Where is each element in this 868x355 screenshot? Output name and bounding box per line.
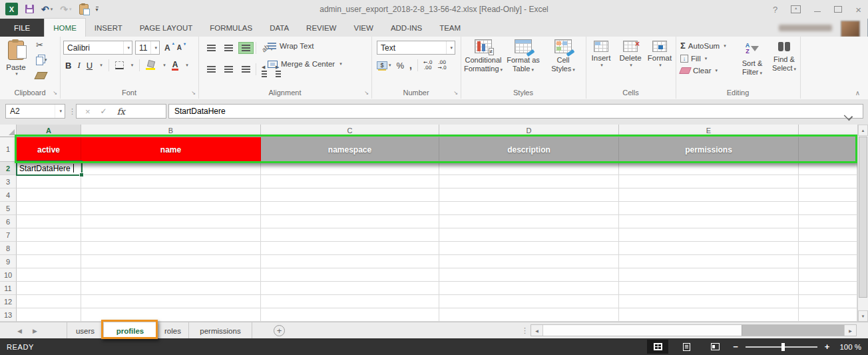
grid-cell[interactable]: [261, 175, 439, 188]
italic-button[interactable]: I: [77, 60, 80, 71]
grid-cell[interactable]: [799, 255, 857, 268]
horizontal-scrollbar[interactable]: ◀ ▶: [531, 324, 857, 336]
grid-cell[interactable]: [619, 175, 799, 188]
grid-cell[interactable]: [261, 255, 439, 268]
grid-cell[interactable]: [799, 295, 857, 308]
avatar[interactable]: [841, 21, 860, 37]
grid-cell[interactable]: [799, 162, 857, 175]
row-header-4[interactable]: 4: [0, 188, 17, 202]
grid-cell[interactable]: [619, 268, 799, 282]
grid-cell[interactable]: [261, 242, 439, 255]
grid-cell[interactable]: [439, 268, 619, 282]
name-box[interactable]: A2 ▾: [5, 104, 65, 119]
grid-cell[interactable]: [81, 228, 261, 242]
grid-cell[interactable]: [81, 268, 261, 282]
formula-input[interactable]: StartDataHere: [168, 104, 863, 119]
increase-decimal-button[interactable]: ←.0.00: [423, 60, 432, 71]
grid-cell[interactable]: [17, 215, 81, 228]
grid-cell[interactable]: [81, 188, 261, 202]
header-cell-permissions[interactable]: permissions: [619, 137, 799, 162]
grid-cell[interactable]: [799, 242, 857, 255]
tab-data[interactable]: DATA: [261, 19, 298, 37]
borders-icon[interactable]: [115, 61, 124, 69]
fill-color-icon[interactable]: [146, 61, 156, 70]
middle-align-button[interactable]: [221, 42, 236, 54]
grid-cell[interactable]: [619, 228, 799, 242]
enter-entry-button[interactable]: ✓: [101, 107, 107, 116]
tab-scrollbar-splitter-icon[interactable]: ⋮: [521, 326, 529, 335]
expand-formula-bar-icon[interactable]: [844, 112, 853, 121]
grid-cell[interactable]: [619, 255, 799, 268]
grid-cell[interactable]: [439, 188, 619, 202]
zoom-out-button[interactable]: −: [733, 342, 738, 352]
grid-cell[interactable]: [261, 308, 439, 322]
delete-cells-button[interactable]: × Delete ▾: [616, 41, 644, 68]
tab-home[interactable]: HOME: [44, 18, 86, 37]
tab-file[interactable]: FILE: [0, 19, 44, 37]
sort-filter-button[interactable]: AZ Sort & Filter▾: [737, 42, 767, 77]
grid-cell[interactable]: [799, 175, 857, 188]
number-format-select[interactable]: Text ▾: [377, 41, 455, 55]
ribbon-display-options-button[interactable]: ▴: [791, 5, 801, 13]
format-cells-button[interactable]: Format ▾: [646, 41, 674, 68]
grid-cell[interactable]: [261, 215, 439, 228]
grid-cell[interactable]: [619, 188, 799, 202]
row-header-6[interactable]: 6: [0, 215, 17, 228]
comma-style-button[interactable]: ,: [409, 60, 412, 71]
align-left-button[interactable]: [204, 63, 219, 75]
sheet-tab-roles[interactable]: roles: [157, 322, 189, 339]
grid-cell[interactable]: [439, 242, 619, 255]
grid-cell[interactable]: [17, 268, 81, 282]
collapse-ribbon-icon[interactable]: ∧: [855, 89, 860, 97]
wrap-text-button[interactable]: Wrap Text: [268, 42, 314, 50]
zoom-slider-thumb[interactable]: [781, 343, 785, 351]
font-color-dropdown-icon[interactable]: ▾: [186, 63, 188, 68]
tab-insert[interactable]: INSERT: [86, 19, 131, 37]
row-header-7[interactable]: 7: [0, 228, 17, 242]
tab-view[interactable]: VIEW: [345, 19, 381, 37]
clipboard-dialog-launcher-icon[interactable]: ↘: [53, 90, 57, 96]
grid-cell[interactable]: [17, 308, 81, 322]
grid-cell[interactable]: [81, 308, 261, 322]
sheet-tab-permissions[interactable]: permissions: [189, 322, 252, 339]
tab-team[interactable]: TEAM: [431, 19, 469, 37]
grid-cell[interactable]: [799, 202, 857, 215]
grid-cell[interactable]: [81, 242, 261, 255]
decrease-font-size-button[interactable]: A▾: [175, 44, 184, 51]
active-cell-a2[interactable]: StartDataHere: [17, 162, 81, 175]
grid-cell[interactable]: [261, 295, 439, 308]
top-align-button[interactable]: [204, 42, 219, 54]
number-dialog-launcher-icon[interactable]: ↘: [453, 90, 458, 96]
row-header-10[interactable]: 10: [0, 268, 17, 282]
format-painter-icon[interactable]: [34, 72, 47, 79]
grid-cell[interactable]: [261, 162, 439, 175]
grid-cell[interactable]: [619, 215, 799, 228]
decrease-decimal-button[interactable]: .00→.0: [437, 60, 446, 71]
tab-review[interactable]: REVIEW: [298, 19, 345, 37]
scroll-up-icon[interactable]: ▲: [858, 125, 868, 136]
row-header-12[interactable]: 12: [0, 295, 17, 308]
sheet-tab-users[interactable]: users: [67, 322, 104, 339]
cell-styles-button[interactable]: Cell Styles▾: [543, 39, 583, 74]
previous-sheet-icon[interactable]: ◀: [17, 328, 22, 334]
zoom-slider[interactable]: [746, 346, 817, 348]
cut-icon[interactable]: ✂: [36, 41, 43, 49]
fill-button[interactable]: ↓Fill▾: [680, 55, 726, 63]
grid-cell[interactable]: [619, 202, 799, 215]
grid-cell[interactable]: [261, 202, 439, 215]
grid-cell[interactable]: [17, 202, 81, 215]
vertical-scrollbar[interactable]: ▲ ▼: [857, 125, 868, 322]
header-cell-namespace[interactable]: namespace: [261, 137, 439, 162]
grid-cell[interactable]: [799, 308, 857, 322]
grid-cell[interactable]: [799, 188, 857, 202]
page-break-view-button[interactable]: [704, 340, 726, 354]
grid-cell[interactable]: [619, 162, 799, 175]
grid-cell[interactable]: [17, 295, 81, 308]
format-as-table-button[interactable]: Format as Table▾: [503, 39, 543, 74]
grid-cell[interactable]: [799, 228, 857, 242]
conditional-formatting-button[interactable]: ≠ Conditional Formatting▾: [463, 39, 503, 74]
alignment-dialog-launcher-icon[interactable]: ↘: [364, 90, 369, 96]
header-cell-description[interactable]: description: [439, 137, 619, 162]
grid-cell[interactable]: [17, 175, 81, 188]
row-header-1[interactable]: 1: [0, 137, 17, 162]
